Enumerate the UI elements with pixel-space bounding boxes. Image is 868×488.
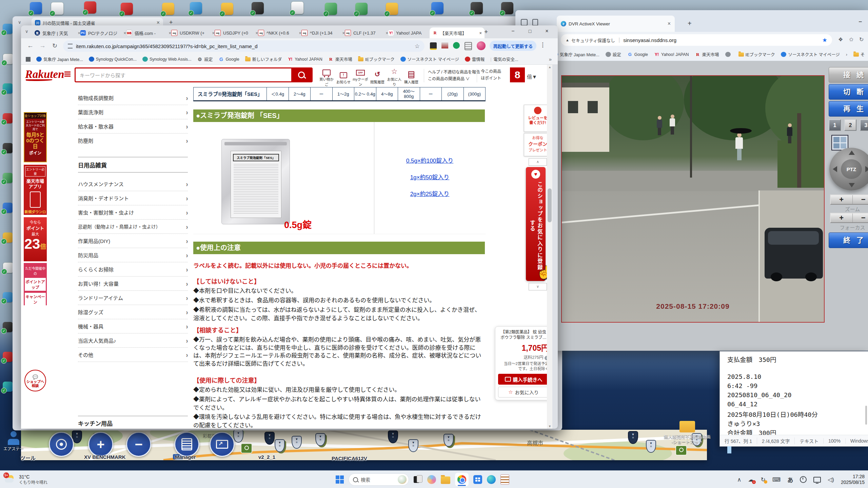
bookmark-item[interactable]: ソースネクスト マイページ — [781, 51, 840, 58]
sidebar-item[interactable]: 消臭剤・デオドラント› — [78, 191, 188, 205]
desktop-icon[interactable] — [252, 2, 264, 14]
new-tab-button[interactable]: + — [688, 20, 692, 27]
bookmark-item[interactable]: ⚙設定 — [197, 56, 213, 62]
tab-nkx[interactable]: oq^NKX (+0.6× — [255, 27, 304, 38]
desktop-icon[interactable] — [3, 173, 13, 183]
dvr-channel-1[interactable]: 1 — [829, 119, 841, 131]
tab-usdjpy[interactable]: oqUSDJPY (+0× — [212, 27, 261, 38]
bookmark-item[interactable]: 気象庁 Japan Mete... — [553, 51, 599, 58]
sidebar-item[interactable]: 給水器・散水器› — [78, 119, 188, 134]
nav-news[interactable]: !お知らせ — [335, 69, 352, 84]
desktop-icon[interactable] — [190, 2, 202, 14]
camera-pin[interactable] — [241, 443, 252, 453]
desktop-icon[interactable] — [3, 54, 14, 64]
desktop-icon[interactable] — [3, 322, 13, 332]
hamburger-icon[interactable] — [64, 72, 71, 77]
bookmark-item[interactable]: Synology QuickCon... — [89, 57, 137, 62]
tab-yahoo[interactable]: Y!Yahoo! JAPA× — [386, 27, 435, 38]
desktop-shortcut-air[interactable]: エアステー — [3, 431, 24, 451]
new-tab-button[interactable]: + — [169, 19, 173, 26]
volume-icon[interactable]: ◁) — [828, 476, 834, 483]
desktop-label-tool[interactable]: ツール — [20, 454, 36, 461]
bookmark-item[interactable]: Y!Yahoo! JAPAN — [654, 52, 689, 57]
page-scrollbar[interactable]: ▲ ▼ — [547, 65, 552, 429]
buy-button[interactable]: 購入手続きへ — [498, 374, 549, 385]
status-zoom[interactable]: 100% — [823, 438, 845, 444]
search-box[interactable]: キーワードから探す — [75, 67, 313, 82]
bookmark-item[interactable]: 新しいフォルダ — [245, 56, 282, 62]
sidebar-item[interactable]: 植物成長調整剤› — [78, 90, 188, 105]
chrome-taskbar-button-active[interactable] — [455, 473, 469, 486]
edge-taskbar-button[interactable] — [487, 475, 496, 484]
edge-window[interactable]: e DVR ActiveX Viewer × + − e ▲ セキュリティ保護な… — [515, 10, 868, 351]
chrome-menu-icon[interactable]: ⋮ — [540, 41, 546, 48]
banner-campaign[interactable]: ただ今開催中の ポイントアップ キャンペーン — [24, 263, 47, 305]
extensions-icon[interactable]: ❖ — [838, 36, 843, 43]
ptz-right-icon[interactable] — [865, 166, 868, 172]
desktop-icon[interactable] — [291, 1, 304, 14]
task-view-button[interactable] — [414, 475, 422, 484]
sidebar-item[interactable]: 機械・器具› — [78, 319, 188, 333]
focus-control[interactable]: + − — [830, 213, 868, 223]
network-icon[interactable] — [813, 477, 821, 483]
ptz-joystick[interactable]: PTZ — [829, 148, 868, 190]
ptz-down-icon[interactable] — [849, 183, 855, 187]
copilot-button[interactable] — [427, 475, 436, 484]
bookmark-item[interactable]: Y!Yahoo! JAPAN — [288, 57, 322, 62]
desktop-icon[interactable] — [501, 2, 513, 14]
window-minimize-button[interactable]: − — [505, 28, 521, 34]
notepad-scrollbar[interactable] — [865, 406, 867, 425]
tray-chevron-icon[interactable]: ∧ — [737, 476, 741, 483]
desktop-icon[interactable] — [121, 3, 133, 15]
notepad-window[interactable]: 支払金額 350円 2025.8.10 6:42 -99 20250810_06… — [719, 351, 868, 447]
new-tab-button[interactable]: + — [484, 28, 488, 36]
desktop-icon[interactable] — [471, 2, 483, 14]
clock-app-icon[interactable] — [800, 476, 807, 483]
profile-avatar[interactable] — [477, 41, 486, 50]
taskbar-search-box[interactable]: 検索 — [349, 473, 409, 486]
camera-pin[interactable] — [675, 445, 687, 455]
tab-jma[interactable]: 気気象庁 | 天気× — [32, 27, 83, 38]
desktop-icon[interactable] — [3, 352, 13, 362]
desktop-icon[interactable] — [221, 3, 233, 15]
tab-close-icon[interactable]: × — [668, 21, 671, 27]
tab-pc[interactable]: PCPC/テクノロジ× — [78, 27, 129, 38]
start-button[interactable] — [336, 475, 344, 484]
desktop-label-benchmark[interactable]: XV BENCHMARK — [84, 454, 126, 460]
desktop-icon[interactable] — [162, 3, 174, 15]
sidebar-item[interactable]: 害虫・害獣対策・虫よけ› — [78, 205, 188, 220]
bookmark-item[interactable]: 気象庁 Japan Mete... — [36, 56, 83, 62]
bookmark-item[interactable]: R楽天市場 — [695, 51, 719, 58]
tab-dvr[interactable]: e DVR ActiveX Viewer × — [557, 16, 675, 32]
bookmarks-overflow-icon[interactable]: » — [549, 56, 552, 62]
sidebar-item[interactable]: らくらくお掃除› — [78, 262, 188, 277]
nav-history[interactable]: ↺閲覧履歴 — [369, 69, 386, 84]
store-button[interactable] — [473, 475, 482, 484]
desktop-icon[interactable] — [84, 1, 96, 14]
tab-rakuten-active[interactable]: R【楽天市場】× — [430, 27, 485, 38]
nav-cart[interactable]: 買い物かご — [318, 67, 335, 87]
tab-close-icon[interactable]: × — [157, 20, 160, 26]
tab-search-chevron[interactable]: ∨ — [25, 29, 28, 34]
chrome-update-button[interactable]: 再起動して更新する — [490, 41, 536, 51]
desktop-icon[interactable] — [3, 24, 13, 34]
site-info-icon[interactable] — [68, 44, 73, 48]
desktop-shortcut-folder[interactable]: 無人販売所不正行為動画 -ショートカット — [662, 421, 713, 445]
scroll-down-chip[interactable]: ∨ — [529, 283, 547, 290]
banner-point-23x[interactable]: 今なら ポイント 最大 23倍 — [24, 217, 47, 261]
apps-grid-icon[interactable] — [26, 57, 31, 62]
tab-actions-icon[interactable] — [521, 19, 528, 26]
sidebar-item[interactable]: ハウスメンテナンス› — [78, 177, 188, 191]
tab-close-icon[interactable]: × — [477, 30, 482, 36]
desktop-icon[interactable] — [3, 382, 13, 392]
desktop-icon[interactable] — [3, 262, 14, 273]
collections-icon[interactable]: ✩ — [849, 36, 853, 43]
zoom-control[interactable]: + − — [830, 195, 868, 205]
tab-kakaku[interactable]: 価格価格.com -× — [123, 27, 174, 38]
desktop-label-v221[interactable]: v2_2_1 — [258, 454, 275, 460]
sidebar-item[interactable]: 除湿グッズ› — [78, 305, 188, 319]
sidebar-item[interactable]: 防塵剤› — [78, 133, 188, 147]
bookmark-item[interactable]: IEブックマーク — [358, 56, 395, 62]
ime-indicator[interactable]: あ — [787, 475, 793, 484]
ptz-up-icon[interactable] — [849, 150, 855, 155]
